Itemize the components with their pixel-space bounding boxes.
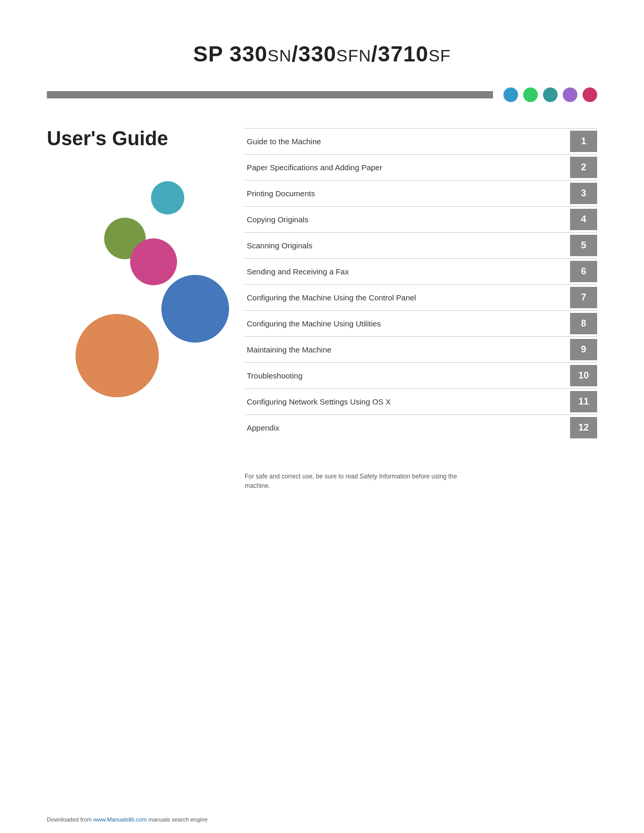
circle-pink (130, 238, 177, 285)
toc-item-6: Sending and Receiving a Fax 6 (245, 258, 597, 284)
toc-number-9: 9 (570, 339, 597, 360)
toc-label-5: Scanning Originals (245, 233, 570, 258)
toc-number-8: 8 (570, 313, 597, 334)
toc-number-5: 5 (570, 235, 597, 256)
manualslib-link[interactable]: www.Manualslib.com (93, 816, 147, 823)
toc-number-2: 2 (570, 157, 597, 178)
header: SP 330SN/330SFN/3710SF (47, 42, 597, 67)
toc-number-11: 11 (570, 391, 597, 412)
toc-number-4: 4 (570, 209, 597, 230)
title-sep2: /3710 (371, 42, 428, 66)
toc-label-4: Copying Originals (245, 207, 570, 232)
circle-blue (161, 275, 229, 343)
circles-area (47, 181, 224, 400)
toc-label-10: Troubleshooting (245, 363, 570, 388)
toc-item-7: Configuring the Machine Using the Contro… (245, 284, 597, 310)
green-dot (523, 87, 538, 102)
title-bold: SP 330 (193, 42, 268, 66)
page-footer: Downloaded from www.Manualslib.com manua… (47, 816, 208, 823)
pink-dot (583, 87, 597, 102)
toc-item-1: Guide to the Machine 1 (245, 128, 597, 154)
toc-number-12: 12 (570, 417, 597, 438)
toc-item-10: Troubleshooting 10 (245, 362, 597, 388)
toc-label-3: Printing Documents (245, 181, 570, 206)
toc-number-10: 10 (570, 365, 597, 386)
toc-label-9: Maintaining the Machine (245, 337, 570, 362)
title-sub1: SN (268, 46, 292, 65)
toc-item-5: Scanning Originals 5 (245, 232, 597, 258)
footer-suffix: manuals search engine (147, 816, 208, 823)
toc-number-1: 1 (570, 131, 597, 152)
page: SP 330SN/330SFN/3710SF User's Guide (0, 0, 644, 833)
toc-number-3: 3 (570, 183, 597, 204)
toc-item-3: Printing Documents 3 (245, 180, 597, 206)
purple-dot (563, 87, 577, 102)
toc-label-7: Configuring the Machine Using the Contro… (245, 285, 570, 310)
title-sub2: SFN (336, 46, 371, 65)
blue-dot (503, 87, 518, 102)
toc-label-11: Configuring Network Settings Using OS X (245, 389, 570, 414)
toc-label-8: Configuring the Machine Using Utilities (245, 311, 570, 336)
toc-label-12: Appendix (245, 415, 570, 440)
right-side: Guide to the Machine 1 Paper Specificati… (245, 128, 597, 490)
toc-item-11: Configuring Network Settings Using OS X … (245, 388, 597, 414)
content-area: User's Guide Guide to the Machine 1 (47, 128, 597, 490)
toc-item-12: Appendix 12 (245, 414, 597, 440)
toc-label-6: Sending and Receiving a Fax (245, 259, 570, 284)
progress-bar (47, 91, 493, 98)
toc-label-2: Paper Specifications and Adding Paper (245, 155, 570, 180)
circle-orange (75, 314, 159, 397)
toc-number-7: 7 (570, 287, 597, 308)
users-guide-title: User's Guide (47, 128, 245, 150)
teal-dot (543, 87, 558, 102)
footer-prefix: Downloaded from (47, 816, 93, 823)
dots-row (503, 87, 597, 102)
footer-note: For safe and correct use, be sure to rea… (245, 472, 463, 490)
toc-item-2: Paper Specifications and Adding Paper 2 (245, 154, 597, 180)
bar-row (47, 87, 597, 102)
title-sep1: /330 (292, 42, 336, 66)
main-title: SP 330SN/330SFN/3710SF (47, 42, 597, 67)
footer-note-text: For safe and correct use, be sure to rea… (245, 473, 457, 489)
toc-item-4: Copying Originals 4 (245, 206, 597, 232)
toc-item-9: Maintaining the Machine 9 (245, 336, 597, 362)
title-sub3: SF (428, 46, 451, 65)
left-side: User's Guide (47, 128, 245, 490)
toc-number-6: 6 (570, 261, 597, 282)
circle-teal (151, 181, 184, 214)
toc-item-8: Configuring the Machine Using Utilities … (245, 310, 597, 336)
toc-label-1: Guide to the Machine (245, 129, 570, 154)
